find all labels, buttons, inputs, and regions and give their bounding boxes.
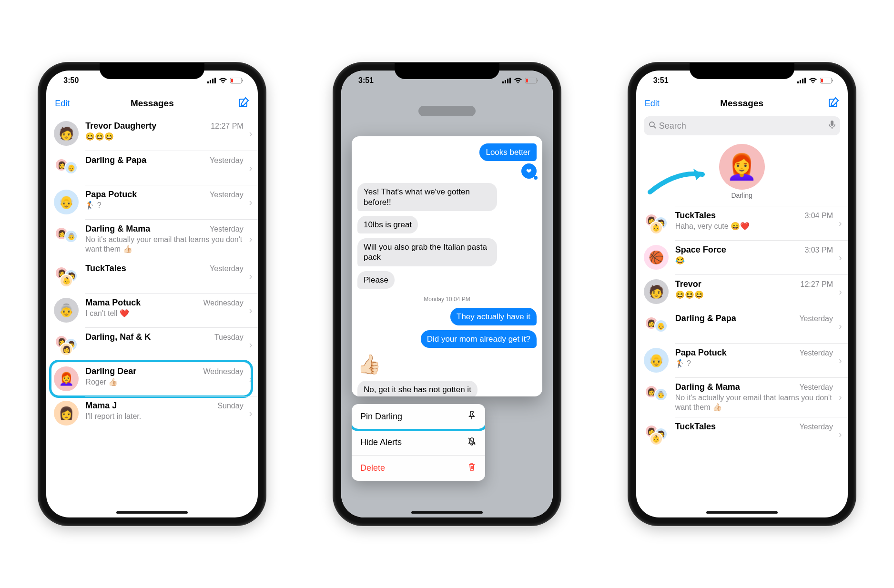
conversation-name: TuckTales bbox=[85, 264, 207, 274]
page-title: Messages bbox=[83, 98, 221, 109]
home-indicator[interactable] bbox=[706, 511, 778, 514]
status-time: 3:51 bbox=[653, 76, 669, 85]
avatar: 👩🧑👶 bbox=[644, 211, 669, 235]
message-sent: Did your mom already get it? bbox=[421, 330, 537, 348]
conversation-name: Space Force bbox=[675, 245, 802, 255]
status-icons bbox=[797, 77, 833, 84]
conversation-time: Tuesday bbox=[214, 333, 244, 342]
avatar: 👩👴 bbox=[644, 314, 669, 338]
conversation-name: Mama J bbox=[85, 401, 214, 411]
message-sent: Looks better bbox=[479, 143, 537, 161]
svg-line-16 bbox=[468, 438, 475, 445]
svg-rect-2 bbox=[212, 79, 213, 83]
conversation-preview: Haha, very cute 😄❤️ bbox=[675, 222, 833, 231]
menu-hide-alerts[interactable]: Hide Alerts bbox=[352, 429, 485, 455]
conversation-time: Yesterday bbox=[799, 314, 833, 323]
conversation-row[interactable]: 👩👵 Darling & MamaYesterday No it's actua… bbox=[636, 377, 848, 417]
conversation-preview-card[interactable]: Looks better ❤ Yes! That's what we've go… bbox=[352, 136, 542, 396]
tapback-love-icon: ❤ bbox=[521, 163, 537, 179]
screen-context-menu: 3:51 Looks better ❤ Yes! That's what we'… bbox=[341, 71, 553, 517]
wifi-icon bbox=[809, 77, 817, 84]
conversation-name: Darling & Mama bbox=[85, 224, 207, 234]
notch bbox=[100, 63, 204, 79]
conversation-row-highlighted[interactable]: 👩‍🦰 Darling DearWednesday Roger 👍🏻› bbox=[46, 362, 258, 396]
menu-label: Hide Alerts bbox=[360, 437, 402, 447]
battery-low-icon bbox=[525, 78, 538, 84]
conversation-row[interactable]: 👴 Papa PotuckYesterday 🏌️ ?› bbox=[636, 343, 848, 377]
message-received: 10lbs is great bbox=[357, 216, 418, 233]
conversation-preview: 😆😆😆 bbox=[675, 290, 833, 300]
nav-bar: Edit Messages bbox=[46, 91, 258, 116]
page-title: Messages bbox=[673, 98, 811, 109]
conversation-row[interactable]: 👵 Mama PotuckWednesday I can't tell ❤️› bbox=[46, 293, 258, 327]
signal-icon bbox=[207, 78, 216, 83]
conversation-time: Yesterday bbox=[210, 156, 244, 165]
conversation-row[interactable]: 🧑 Trevor Daugherty 12:27 PM 😆😆😆 › bbox=[46, 116, 258, 151]
chevron-right-icon: › bbox=[247, 408, 258, 419]
conversation-name: TuckTales bbox=[675, 422, 797, 432]
conversation-row[interactable]: 👩👴 Darling & PapaYesterday › bbox=[636, 309, 848, 343]
search-input[interactable]: Search bbox=[644, 116, 840, 135]
svg-line-28 bbox=[654, 126, 656, 128]
conversation-list[interactable]: 🧑 Trevor Daugherty 12:27 PM 😆😆😆 › 👩👴 Dar… bbox=[46, 116, 258, 430]
avatar: 👩👵 bbox=[54, 224, 79, 249]
conversation-row[interactable]: 👩🧑👶 TuckTalesYesterday › bbox=[46, 259, 258, 293]
chevron-right-icon: › bbox=[837, 286, 848, 297]
chevron-right-icon: › bbox=[247, 197, 258, 208]
sticker-thumbs-up: 👍🏻 bbox=[357, 350, 381, 378]
mic-icon[interactable] bbox=[829, 121, 835, 132]
battery-low-icon bbox=[230, 78, 244, 84]
chevron-right-icon: › bbox=[837, 429, 848, 440]
conversation-row[interactable]: 👩🧑👶 TuckTalesYesterday › bbox=[636, 417, 848, 451]
signal-icon bbox=[502, 78, 511, 83]
avatar: 👩👨👩 bbox=[54, 332, 79, 357]
menu-pin[interactable]: Pin Darling bbox=[352, 404, 485, 429]
edit-button[interactable]: Edit bbox=[55, 99, 83, 109]
pinned-conversation[interactable]: 👩‍🦰 bbox=[719, 144, 765, 190]
chevron-right-icon: › bbox=[247, 128, 258, 139]
search-placeholder: Search bbox=[659, 121, 686, 131]
conversation-name: Darling & Papa bbox=[85, 155, 207, 165]
menu-label: Delete bbox=[360, 463, 385, 473]
avatar: 🧑 bbox=[644, 279, 669, 304]
avatar: 👵 bbox=[54, 298, 79, 323]
conversation-row[interactable]: 👩🧑👶 TuckTales3:04 PM Haha, very cute 😄❤️… bbox=[636, 206, 848, 240]
conversation-row[interactable]: 👩👨👩 Darling, Naf & KTuesday › bbox=[46, 327, 258, 362]
svg-rect-1 bbox=[210, 80, 211, 83]
conversation-row[interactable]: 👩👵 Darling & MamaYesterday No it's actua… bbox=[46, 219, 258, 259]
status-time: 3:50 bbox=[63, 76, 79, 85]
chevron-right-icon: › bbox=[837, 252, 848, 263]
conversation-row[interactable]: 👩 Mama JSunday I'll report in later.› bbox=[46, 396, 258, 430]
menu-delete[interactable]: Delete bbox=[352, 455, 485, 481]
phone-3: 3:51 Edit Messages Search 👩‍🦰 Darling bbox=[629, 63, 855, 525]
message-received: Please bbox=[357, 271, 395, 289]
svg-rect-13 bbox=[537, 80, 538, 81]
avatar: 👴 bbox=[644, 348, 669, 373]
svg-rect-0 bbox=[207, 81, 209, 83]
conversation-row[interactable]: 🏀 Space Force3:03 PM 😂› bbox=[636, 240, 848, 274]
conversation-name: Trevor Daugherty bbox=[85, 121, 208, 131]
edit-button[interactable]: Edit bbox=[645, 99, 673, 109]
conversation-row[interactable]: 👴 Papa PotuckYesterday 🏌️ ?› bbox=[46, 185, 258, 219]
svg-rect-21 bbox=[802, 79, 803, 83]
avatar: 👩‍🦰 bbox=[54, 366, 79, 391]
conversation-time: Sunday bbox=[217, 402, 243, 410]
conversation-row[interactable]: 👩👴 Darling & PapaYesterday › bbox=[46, 151, 258, 185]
conversation-preview: No it's actually your email that learns … bbox=[85, 235, 243, 254]
chevron-right-icon: › bbox=[837, 321, 848, 332]
compose-button[interactable] bbox=[811, 97, 839, 111]
home-indicator[interactable] bbox=[116, 511, 188, 514]
status-icons bbox=[502, 77, 538, 84]
screen-messages-list: 3:50 Edit Messages 🧑 Trevor Daugherty 12… bbox=[46, 71, 258, 517]
compose-button[interactable] bbox=[221, 97, 249, 111]
screen-messages-pinned: 3:51 Edit Messages Search 👩‍🦰 Darling bbox=[636, 71, 848, 517]
chevron-right-icon: › bbox=[247, 339, 258, 350]
chevron-right-icon: › bbox=[247, 233, 258, 244]
conversation-row[interactable]: 🧑 Trevor12:27 PM 😆😆😆› bbox=[636, 274, 848, 309]
conversation-list[interactable]: 👩🧑👶 TuckTales3:04 PM Haha, very cute 😄❤️… bbox=[636, 206, 848, 451]
conversation-preview: I can't tell ❤️ bbox=[85, 309, 243, 318]
chevron-right-icon: › bbox=[247, 271, 258, 282]
notch bbox=[395, 63, 499, 79]
home-indicator[interactable] bbox=[411, 511, 483, 514]
conversation-name: Mama Potuck bbox=[85, 298, 200, 308]
